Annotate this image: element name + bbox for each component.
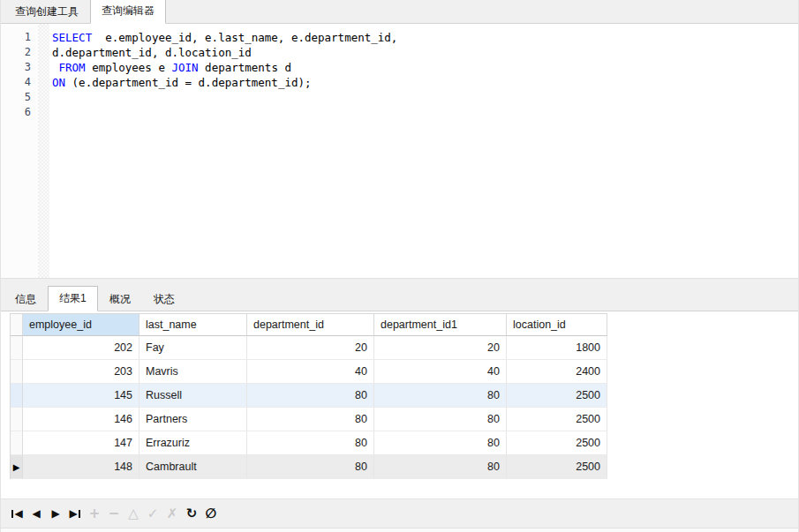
cell-department_id[interactable]: 80 xyxy=(247,455,374,479)
grid-corner-cell[interactable] xyxy=(11,314,23,336)
sql-text: (e.department_id = d.department_id); xyxy=(65,76,311,89)
row-selector[interactable] xyxy=(11,408,23,431)
line-number: 2 xyxy=(1,45,38,60)
result-tab-1[interactable]: 信息 xyxy=(4,288,48,311)
code-line: FROM employees e JOIN departments d xyxy=(52,60,798,75)
result-grid: employee_idlast_namedepartment_iddepartm… xyxy=(10,313,607,479)
code-line: ON (e.department_id = d.department_id); xyxy=(52,75,798,90)
line-number: 4 xyxy=(1,75,38,90)
column-header-last_name[interactable]: last_name xyxy=(139,314,247,336)
cell-last_name[interactable]: Cambrault xyxy=(139,455,247,479)
query-tab-1[interactable]: 查询创建工具 xyxy=(4,0,90,24)
column-header-department_id1[interactable]: department_id1 xyxy=(374,314,507,336)
bottom-strip xyxy=(1,528,798,532)
cell-department_id1[interactable]: 40 xyxy=(374,360,507,384)
discard-changes-icon: ✗ xyxy=(165,506,179,521)
cell-department_id[interactable]: 80 xyxy=(247,408,374,431)
add-record-icon: + xyxy=(87,506,102,521)
result-tab-2[interactable]: 结果1 xyxy=(48,286,98,311)
code-fold-margin xyxy=(38,24,49,278)
sql-text: e.employee_id, e.last_name, e.department… xyxy=(92,31,397,44)
code-line xyxy=(52,90,798,105)
cell-employee_id[interactable]: 148 xyxy=(23,455,139,479)
cell-department_id1[interactable]: 20 xyxy=(374,336,507,360)
first-record-icon[interactable]: ◀ xyxy=(10,506,24,521)
cell-department_id[interactable]: 80 xyxy=(247,384,374,408)
line-number: 1 xyxy=(1,30,38,45)
cell-location_id[interactable]: 2500 xyxy=(507,408,607,431)
table-row[interactable]: 147Errazuriz80802500 xyxy=(11,431,607,455)
table-row[interactable]: 202Fay20201800 xyxy=(11,336,607,360)
table-row[interactable]: 203Mavris40402400 xyxy=(11,360,607,384)
cell-employee_id[interactable]: 203 xyxy=(23,360,139,384)
cell-last_name[interactable]: Errazuriz xyxy=(139,431,247,455)
refresh-icon[interactable]: ↻ xyxy=(185,506,199,521)
previous-record-icon[interactable]: ◀ xyxy=(29,506,43,521)
cell-location_id[interactable]: 2500 xyxy=(507,384,607,408)
code-line: d.department_id, d.location_id xyxy=(52,45,798,60)
sql-keyword: JOIN xyxy=(171,61,198,74)
sql-text: departments d xyxy=(199,61,291,74)
cell-department_id1[interactable]: 80 xyxy=(374,455,507,479)
sql-code-area[interactable]: SELECT e.employee_id, e.last_name, e.dep… xyxy=(49,24,798,278)
query-window: 查询创建工具查询编辑器 123456 SELECT e.employee_id,… xyxy=(0,0,799,532)
line-number: 6 xyxy=(1,105,38,120)
grid-header-row: employee_idlast_namedepartment_iddepartm… xyxy=(11,314,607,336)
column-header-location_id[interactable]: location_id xyxy=(507,314,607,336)
current-row-indicator[interactable]: ▶ xyxy=(11,455,23,479)
sql-text: d.department_id, d.location_id xyxy=(52,46,252,59)
sql-editor[interactable]: 123456 SELECT e.employee_id, e.last_name… xyxy=(1,24,798,279)
cell-last_name[interactable]: Russell xyxy=(139,384,247,408)
result-tab-4[interactable]: 状态 xyxy=(142,288,186,311)
table-row[interactable]: 145Russell80802500 xyxy=(11,384,607,408)
result-tabbar: 信息结果1概况状态 xyxy=(1,279,798,311)
query-tab-2[interactable]: 查询编辑器 xyxy=(90,0,166,24)
apply-changes-icon: ✓ xyxy=(146,506,160,521)
line-number-gutter: 123456 xyxy=(1,24,38,278)
cell-department_id1[interactable]: 80 xyxy=(374,384,507,408)
cell-last_name[interactable]: Mavris xyxy=(139,360,247,384)
code-line xyxy=(52,105,798,120)
cell-employee_id[interactable]: 202 xyxy=(23,336,139,360)
cell-employee_id[interactable]: 145 xyxy=(23,384,139,408)
next-record-icon[interactable]: ▶ xyxy=(49,506,63,521)
row-selector[interactable] xyxy=(11,360,23,384)
cell-department_id[interactable]: 80 xyxy=(247,431,374,455)
cell-department_id1[interactable]: 80 xyxy=(374,431,507,455)
stop-icon[interactable]: ∅ xyxy=(204,506,218,521)
row-selector[interactable] xyxy=(11,384,23,408)
cell-location_id[interactable]: 2500 xyxy=(507,431,607,455)
table-row[interactable]: 146Partners80802500 xyxy=(11,408,607,431)
query-tabbar: 查询创建工具查询编辑器 xyxy=(1,0,798,24)
sql-text xyxy=(52,61,59,74)
cell-department_id1[interactable]: 80 xyxy=(374,408,507,431)
result-grid-area: employee_idlast_namedepartment_iddepartm… xyxy=(1,311,798,498)
edit-record-icon: △ xyxy=(126,506,140,521)
table-row[interactable]: ▶148Cambrault80802500 xyxy=(11,455,607,479)
cell-last_name[interactable]: Partners xyxy=(139,408,247,431)
row-selector[interactable] xyxy=(11,431,23,455)
sql-keyword: FROM xyxy=(59,61,86,74)
line-number: 5 xyxy=(1,90,38,105)
cell-location_id[interactable]: 2500 xyxy=(507,455,607,479)
cell-department_id[interactable]: 20 xyxy=(247,336,374,360)
sql-keyword: ON xyxy=(52,76,65,89)
last-record-icon[interactable]: ▶ xyxy=(68,506,82,521)
code-line: SELECT e.employee_id, e.last_name, e.dep… xyxy=(52,30,798,45)
cell-last_name[interactable]: Fay xyxy=(139,336,247,360)
sql-text: employees e xyxy=(86,61,172,74)
column-header-employee_id[interactable]: employee_id xyxy=(23,314,139,336)
sql-keyword: SELECT xyxy=(52,31,92,44)
cell-location_id[interactable]: 2400 xyxy=(507,360,607,384)
row-selector[interactable] xyxy=(11,336,23,360)
cell-location_id[interactable]: 1800 xyxy=(507,336,607,360)
record-navigator: ◀◀▶▶+−△✓✗↻∅ xyxy=(1,498,798,528)
cell-employee_id[interactable]: 147 xyxy=(23,431,139,455)
line-number: 3 xyxy=(1,60,38,75)
delete-record-icon: − xyxy=(107,506,121,521)
current-row-arrow-icon: ▶ xyxy=(13,462,20,472)
cell-department_id[interactable]: 40 xyxy=(247,360,374,384)
column-header-department_id[interactable]: department_id xyxy=(247,314,374,336)
result-tab-3[interactable]: 概况 xyxy=(98,288,142,311)
cell-employee_id[interactable]: 146 xyxy=(23,408,139,431)
